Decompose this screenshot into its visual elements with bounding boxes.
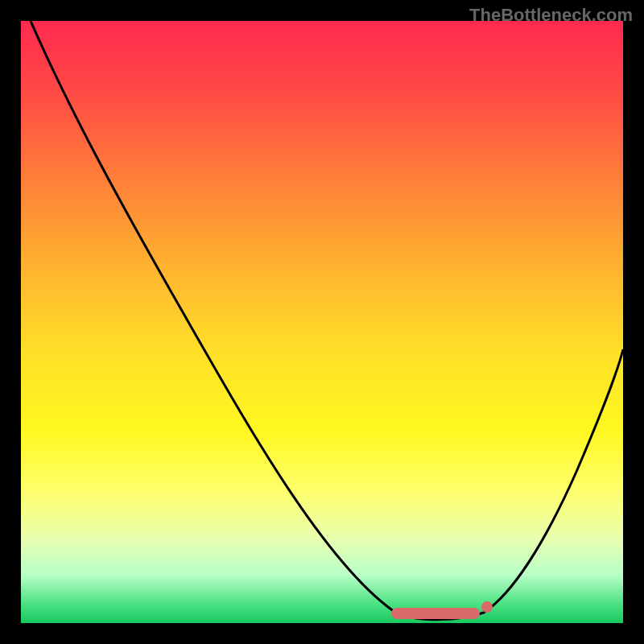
bottleneck-curve-line [31,21,623,620]
watermark-text: TheBottleneck.com [469,5,633,26]
chart-svg [21,21,623,623]
chart-plot-area [21,21,623,623]
